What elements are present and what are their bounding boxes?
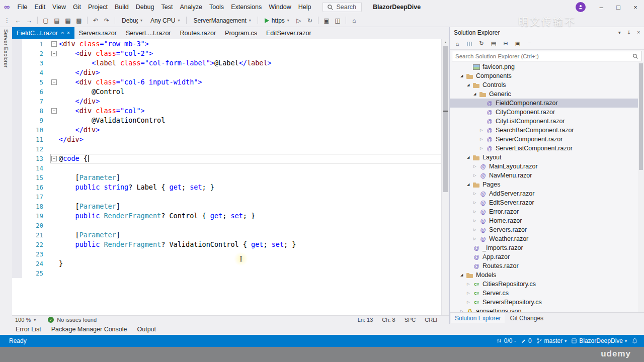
tree-item-navmenu-razor[interactable]: ▷@NavMenu.razor <box>450 171 644 180</box>
tree-item-components[interactable]: ◢Components <box>450 71 644 80</box>
breakpoint-margin[interactable] <box>12 154 22 163</box>
code-text[interactable]: </div> <box>59 68 441 77</box>
maximize-button[interactable]: □ <box>610 0 627 14</box>
tree-item-servercomponent-razor[interactable]: ▷@ServerComponent.razor <box>450 135 644 144</box>
code-line[interactable]: 24} <box>12 259 449 268</box>
branch-picker-button[interactable]: master ▾ <box>536 337 567 344</box>
fold-margin[interactable] <box>50 144 59 154</box>
code-text[interactable]: <div class="row mb-3"> <box>59 39 441 49</box>
tree-item-layout[interactable]: ◢Layout <box>450 153 644 162</box>
code-text[interactable] <box>59 221 441 230</box>
code-line[interactable]: 14 <box>12 163 449 173</box>
debug-configuration-dropdown[interactable]: Debug▾ <box>118 16 146 25</box>
save-icon[interactable]: ▦ <box>63 17 73 24</box>
tree-item-imports-razor[interactable]: @_Imports.razor <box>450 243 644 252</box>
editor-vertical-scrollbar[interactable]: ▴ <box>441 39 449 316</box>
code-text[interactable]: <div class="col-2"> <box>59 49 441 58</box>
fold-margin[interactable]: − <box>50 77 59 87</box>
repository-picker-button[interactable]: BlazorDeepDive ▾ <box>571 337 627 344</box>
server-explorer-tab[interactable]: Server Explorer <box>0 27 12 324</box>
tree-item-serverlistcomponent-razor[interactable]: ▷@ServerListComponent.razor <box>450 144 644 153</box>
panel-tab-error-list[interactable]: Error List <box>14 325 43 334</box>
chevron-collapsed-icon[interactable]: ▷ <box>473 173 479 177</box>
tree-item-pages[interactable]: ◢Pages <box>450 180 644 189</box>
chevron-collapsed-icon[interactable]: ▷ <box>467 291 472 295</box>
breakpoint-margin[interactable] <box>12 106 22 116</box>
breakpoint-margin[interactable] <box>12 192 22 202</box>
startup-project-dropdown[interactable]: ServerManagement▾ <box>190 16 254 25</box>
tree-item-controls[interactable]: ◢Controls <box>450 80 644 89</box>
search-icon[interactable] <box>632 53 638 59</box>
code-line[interactable]: 16 public string? Label { get; set; } <box>12 183 449 192</box>
chevron-collapsed-icon[interactable]: ▷ <box>473 192 479 196</box>
hot-reload-icon[interactable]: ↻ <box>305 17 315 24</box>
chevron-collapsed-icon[interactable]: ▷ <box>473 228 479 232</box>
tree-item-favicon-png[interactable]: favicon.png <box>450 62 644 71</box>
menu-tools[interactable]: Tools <box>206 2 227 13</box>
menu-test[interactable]: Test <box>158 2 177 13</box>
notifications-bell-icon[interactable] <box>631 338 638 344</box>
collapse-region-icon[interactable]: − <box>51 51 57 56</box>
breakpoint-margin[interactable] <box>12 173 22 183</box>
code-text[interactable]: @Control <box>59 87 441 97</box>
undo-icon[interactable]: ↶ <box>91 17 101 24</box>
line-ending-indicator[interactable]: CRLF <box>425 317 439 323</box>
code-line[interactable]: 18 [Parameter] <box>12 202 449 211</box>
close-icon[interactable]: × <box>67 31 70 36</box>
collapse-region-icon[interactable]: − <box>51 156 57 161</box>
tree-item-citylistcomponent-razor[interactable]: @CityListComponent.razor <box>450 117 644 126</box>
tree-item-fieldcomponent-razor[interactable]: @FieldComponent.razor <box>450 99 644 108</box>
tab-editserver-razor[interactable]: EditServer.razor <box>262 27 316 39</box>
tab-serverl-t-razor[interactable]: ServerL...t.razor <box>121 27 176 39</box>
breakpoint-margin[interactable] <box>12 144 22 154</box>
menu-project[interactable]: Project <box>85 2 111 13</box>
tree-item-weather-razor[interactable]: ▷@Weather.razor <box>450 234 644 243</box>
breakpoint-margin[interactable] <box>12 163 22 173</box>
breakpoint-margin[interactable] <box>12 240 22 249</box>
pending-changes-filter-icon[interactable]: ◫ <box>466 40 473 47</box>
tree-item-routes-razor[interactable]: @Routes.razor <box>450 261 644 270</box>
tab-routes-razor[interactable]: Routes.razor <box>176 27 221 39</box>
tree-item-server-cs[interactable]: ▷C#Server.cs <box>450 289 644 298</box>
issues-status[interactable]: No issues found <box>57 317 97 323</box>
close-button[interactable]: × <box>627 0 644 14</box>
switch-views-icon[interactable]: ⌂ <box>454 41 461 47</box>
panel-tab-output[interactable]: Output <box>135 325 158 334</box>
chevron-collapsed-icon[interactable]: ▷ <box>480 146 486 150</box>
menu-help[interactable]: Help <box>295 2 315 13</box>
code-line[interactable]: 13−@code { <box>12 154 449 163</box>
chevron-down-icon[interactable]: ▾ <box>618 30 621 35</box>
breakpoint-margin[interactable] <box>12 211 22 221</box>
tree-item-appsettings-json[interactable]: ▷{}appsettings.json <box>450 307 644 312</box>
fold-margin[interactable]: − <box>50 39 59 49</box>
code-line[interactable]: 20 <box>12 221 449 230</box>
tree-item-mainlayout-razor[interactable]: ▷@MainLayout.razor <box>450 162 644 171</box>
fold-margin[interactable] <box>50 87 59 97</box>
collapse-region-icon[interactable]: − <box>51 41 57 47</box>
panel-tab-solution-explorer[interactable]: Solution Explorer <box>451 313 505 323</box>
panel-tab-package-manager-console[interactable]: Package Manager Console <box>49 325 129 334</box>
save-all-icon[interactable]: ▩ <box>74 17 84 24</box>
code-line[interactable]: 7 </div> <box>12 97 449 106</box>
code-text[interactable]: </div> <box>59 125 441 135</box>
tree-vertical-scrollbar[interactable] <box>638 62 644 312</box>
breakpoint-margin[interactable] <box>12 249 22 259</box>
chevron-collapsed-icon[interactable]: ▷ <box>473 201 479 205</box>
close-panel-icon[interactable]: × <box>637 30 640 35</box>
breakpoint-margin[interactable] <box>12 135 22 144</box>
chevron-expanded-icon[interactable]: ◢ <box>460 273 466 277</box>
code-text[interactable]: [Parameter] <box>59 230 441 240</box>
code-text[interactable]: public string? Label { get; set; } <box>59 183 441 192</box>
menu-analyze[interactable]: Analyze <box>176 2 205 13</box>
redo-icon[interactable]: ↷ <box>102 17 112 24</box>
breakpoint-margin[interactable] <box>12 202 22 211</box>
fold-margin[interactable]: − <box>50 154 59 163</box>
collapse-region-icon[interactable]: − <box>51 79 57 85</box>
fold-margin[interactable] <box>50 221 59 230</box>
menu-debug[interactable]: Debug <box>132 2 158 13</box>
menu-window[interactable]: Window <box>265 2 294 13</box>
preview-selected-items-icon[interactable]: ≡ <box>526 41 533 47</box>
chevron-collapsed-icon[interactable]: ▷ <box>480 137 486 141</box>
code-text[interactable]: [Parameter] <box>59 202 441 211</box>
fold-margin[interactable] <box>50 211 59 221</box>
